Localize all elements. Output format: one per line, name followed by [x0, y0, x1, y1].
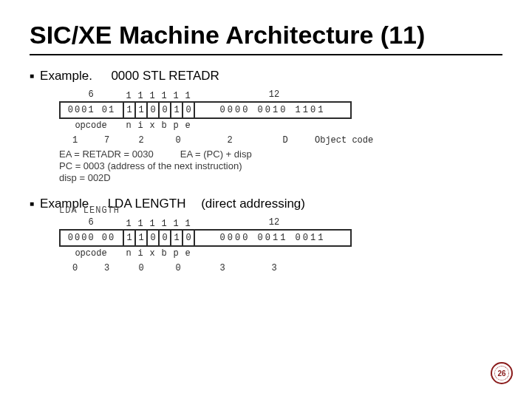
bitwidth-opcode: 6: [59, 217, 123, 229]
label-p: p: [170, 248, 182, 259]
hex-4: 3: [197, 263, 248, 273]
hex-0: 1: [59, 135, 91, 146]
label-opcode: opcode: [59, 120, 123, 131]
bitwidth-disp: 12: [197, 217, 352, 229]
hex-3: 0: [160, 135, 197, 146]
bits-row: 0000 00 1 1 0 0 1 0 0000 0011 0011: [59, 229, 352, 247]
page-number: 26: [494, 366, 509, 381]
bitwidth-p: 1: [170, 91, 182, 101]
bits-n: 1: [124, 103, 136, 117]
hex-2: 0: [123, 263, 160, 273]
bits-n: 1: [124, 231, 136, 245]
ea-line-1: EA = RETADR = 0030: [59, 149, 154, 160]
bitwidth-b: 1: [158, 91, 170, 101]
bits-b: 0: [160, 231, 171, 245]
hex-1: 7: [91, 135, 123, 146]
ea-computation: EA = RETADR = 0030 EA = (PC) + disp PC =…: [59, 149, 502, 183]
hex-3: 0: [160, 263, 197, 273]
bitwidth-opcode: 6: [59, 89, 123, 101]
hex-1: 3: [91, 263, 123, 273]
bullet-icon: ■: [30, 72, 34, 80]
bitwidth-i: 1: [134, 219, 146, 229]
label-x: x: [146, 248, 158, 259]
bullet-note: (direct addressing): [201, 197, 305, 211]
label-e: e: [182, 120, 194, 131]
bitwidth-b: 1: [158, 219, 170, 229]
bits-i: 1: [136, 231, 148, 245]
bitwidth-x: 1: [146, 91, 158, 101]
page-title: SIC/XE Machine Architecture (11): [30, 21, 502, 50]
hex-row: 1 7 2 0 2 D Object code: [59, 135, 502, 146]
bullet-example-1: ■ Example. 0000 STL RETADR: [30, 69, 502, 83]
bits-opcode: 0001 01: [61, 103, 124, 117]
diagram-lda: LDA LENGTH 6 1 1 1 1 1 1 12 0000 00 1 1 …: [59, 217, 502, 273]
label-b: b: [158, 120, 170, 131]
bitwidth-disp: 12: [197, 89, 352, 101]
label-e: e: [182, 248, 194, 259]
ea-line-3: disp = 002D: [59, 172, 502, 183]
hex-5: D: [263, 135, 307, 146]
label-n: n: [123, 120, 134, 131]
bitwidth-e: 1: [182, 219, 194, 229]
label-n: n: [123, 248, 134, 259]
bitwidth-i: 1: [134, 91, 146, 101]
hex-2: 2: [123, 135, 160, 146]
bits-e: 0: [183, 231, 195, 245]
bullet-instruction: 0000 STL RETADR: [111, 69, 219, 83]
bullet-icon: ■: [30, 200, 34, 208]
bits-opcode: 0000 00: [61, 231, 124, 245]
label-i: i: [134, 120, 146, 131]
bits-x: 0: [148, 231, 160, 245]
bits-p: 1: [171, 103, 183, 117]
label-i: i: [134, 248, 146, 259]
bitwidth-p: 1: [170, 219, 182, 229]
bits-disp: 0000 0011 0011: [195, 231, 350, 245]
label-b: b: [158, 248, 170, 259]
ea-line-4: EA = (PC) + disp: [180, 149, 252, 160]
label-x: x: [146, 120, 158, 131]
label-opcode: opcode: [59, 248, 123, 259]
bits-x: 0: [148, 103, 160, 117]
title-divider: [30, 54, 502, 55]
hex-5: 3: [248, 263, 300, 273]
hex-row: 0 3 0 0 3 3: [59, 263, 502, 273]
hex-4: 2: [197, 135, 263, 146]
lda-caption: LDA LENGTH: [59, 205, 120, 216]
bits-p: 1: [171, 231, 183, 245]
diagram-stl: 6 1 1 1 1 1 1 12 0001 01 1 1 0 0 1 0 000…: [59, 89, 502, 183]
ea-line-2: PC = 0003 (address of the next instructi…: [59, 160, 502, 171]
page-number-badge: 26: [491, 362, 513, 384]
hex-label: Object code: [315, 135, 373, 146]
hex-0: 0: [59, 263, 91, 273]
bits-i: 1: [136, 103, 148, 117]
bits-disp: 0000 0010 1101: [195, 103, 350, 117]
label-p: p: [170, 120, 182, 131]
bullet-label: Example.: [40, 69, 92, 83]
bitwidth-n: 1: [123, 219, 134, 229]
bitwidth-x: 1: [146, 219, 158, 229]
bits-b: 0: [160, 103, 171, 117]
bits-e: 0: [183, 103, 195, 117]
bitwidth-n: 1: [123, 91, 134, 101]
bits-row: 0001 01 1 1 0 0 1 0 0000 0010 1101: [59, 101, 352, 119]
bitwidth-e: 1: [182, 91, 194, 101]
